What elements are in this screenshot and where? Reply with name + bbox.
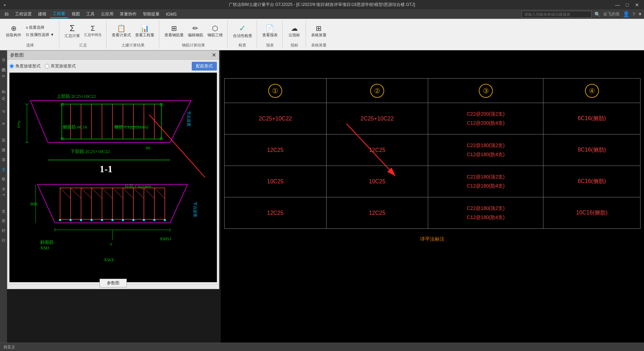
check-group-label: 检查: [239, 41, 246, 48]
index-group-label: 指标: [291, 41, 298, 48]
row4-col3-line2: C12@180(肋4支): [430, 213, 542, 222]
nav-item-guide[interactable]: 导: [0, 54, 7, 57]
index-buttons: ☁ 云指标: [286, 21, 303, 41]
validity-label: 合法性检查: [233, 33, 252, 38]
cloud-index-btn[interactable]: ☁ 云指标: [286, 24, 303, 39]
svg-text:XMJ: XMJ: [40, 245, 49, 250]
report-icon: 📄: [265, 25, 274, 32]
radio-width-input[interactable]: [45, 64, 49, 68]
titlebar: ● 广联达BIM土建计量平台 GTJ2025 - [E:\2023年项目\财政评…: [0, 0, 644, 10]
cad-drawing: 上部筋 2C25+10C22 侧面筋 6C16 箍筋 C12@200(6) 90…: [9, 73, 217, 282]
attr-select-btn[interactable]: ⊡按属性选择 ▼: [24, 31, 56, 38]
nav-item-s[interactable]: S: [1, 73, 6, 79]
close-btn[interactable]: ✕: [634, 2, 641, 8]
nav-item-shape[interactable]: 形: [0, 214, 7, 217]
nav-item-w[interactable]: W: [1, 95, 6, 102]
nav-item-found[interactable]: 基: [0, 153, 7, 156]
more-icon[interactable]: ▼: [638, 12, 642, 17]
total-calc-btn[interactable]: Σ 汇总计算: [63, 23, 82, 39]
rebar-config-table: ① ② ③ ④: [224, 78, 641, 229]
view-report-btn[interactable]: 📄 查看报表: [261, 24, 279, 39]
row2-col3-line2: C12@180(肋4支): [430, 150, 542, 159]
radio-angle-input[interactable]: [9, 64, 14, 68]
edit-rebar-btn[interactable]: ✏ 编辑钢筋: [186, 24, 205, 39]
nav-item-build2[interactable]: 建: [0, 143, 7, 146]
nav-item-water[interactable]: 水: [0, 182, 7, 185]
table-calc-label: 表格算量: [311, 32, 327, 38]
ref-btn[interactable]: 参数图: [100, 279, 127, 287]
view-qty-btn[interactable]: 📊 查看工程量: [133, 24, 156, 39]
batch-select-btn[interactable]: ≡批量选择: [24, 24, 56, 31]
select-buttons: ⊕ 拾取构件 ≡批量选择 ⊡按属性选择 ▼: [4, 21, 56, 41]
content-area: 参数图 ✕ 角度放坡形式 库宽放坡形式 配筋形式: [7, 50, 644, 351]
report-label: 查看报表: [262, 32, 278, 38]
toolbar-group-sel-right: ≡批量选择 ⊡按属性选择 ▼: [24, 24, 56, 38]
minimize-btn[interactable]: —: [614, 2, 621, 8]
partial-calc-btn[interactable]: Σ 汇总中间元: [82, 24, 103, 38]
menu-item-igms[interactable]: IGMS: [163, 11, 180, 17]
rebar-buttons: ⊞ 查看钢筋量 ✏ 编辑钢筋 ⬡ 钢筋三维: [163, 21, 225, 41]
col-header-3: ③: [428, 79, 543, 103]
nav-item-support[interactable]: 支: [0, 205, 7, 207]
nav-item-slab[interactable]: 板: [0, 173, 7, 175]
menu-item-settings[interactable]: 工程设置: [12, 10, 35, 18]
maximize-btn[interactable]: □: [624, 2, 631, 8]
svg-point-64: [122, 219, 124, 221]
nav-item-row[interactable]: 行: [0, 234, 7, 237]
row4-col3-line1: C22@180(顶2支): [430, 204, 542, 213]
validity-icon: ✓: [239, 24, 246, 32]
nav-item-p[interactable]: P: [1, 109, 6, 114]
menu-item-tools[interactable]: 工具: [83, 10, 97, 18]
nav-item-k[interactable]: K: [1, 121, 6, 126]
menu-item-cloud[interactable]: 云应用: [98, 10, 116, 18]
validity-check-btn[interactable]: ✓ 合法性检查: [231, 23, 254, 39]
nav-item-main[interactable]: 主: [0, 163, 7, 166]
radio-angle[interactable]: 角度放坡形式: [9, 63, 41, 69]
row1-col3-line1: C22@200(顶2支): [430, 110, 542, 118]
rebar-qty-label: 查看钢筋量: [164, 32, 184, 38]
toolbar-group-table: ⊞ 表格算量 表格算量: [307, 20, 331, 49]
view-formula-btn[interactable]: 📋 查看计算式: [110, 24, 133, 39]
row4-col1: 12C25: [225, 197, 327, 229]
help-icon[interactable]: ?: [632, 12, 635, 17]
view-rebar-qty-btn[interactable]: ⊞ 查看钢筋量: [163, 24, 185, 39]
window-title: 广联达BIM土建计量平台 GTJ2025 - [E:\2023年项目\财政评审项…: [229, 2, 415, 8]
nav-item-decor[interactable]: 装: [0, 133, 7, 136]
search-area: 🔍 会飞的鱼 👤 ? ▼: [522, 11, 642, 18]
menu-item-start[interactable]: 始: [2, 10, 12, 18]
search-input[interactable]: [522, 11, 592, 18]
menu-item-engineering[interactable]: 工程量: [50, 10, 68, 18]
select-group-label: 选择: [26, 41, 34, 48]
svg-point-66: [143, 219, 145, 221]
menu-item-smart[interactable]: 智能提量: [140, 10, 162, 18]
nav-item-y[interactable]: Y: [1, 192, 6, 197]
menu-item-build[interactable]: 建模: [35, 10, 49, 18]
svg-text:90: 90: [146, 145, 150, 151]
search-icon[interactable]: 🔍: [594, 12, 600, 17]
svg-text:800: 800: [30, 201, 37, 206]
menu-item-view[interactable]: 视图: [69, 10, 83, 18]
table-calc-btn[interactable]: ⊞ 表格算量: [309, 24, 328, 39]
row4-col4: 10C16(侧肋): [543, 197, 641, 229]
menubar: 始 工程设置 建模 工程量 视图 工具 云应用 算量协作 智能提量 IGMS 🔍…: [0, 10, 644, 19]
civil-group-label: 土建计算结果: [122, 41, 145, 48]
svg-point-63: [111, 219, 114, 221]
svg-text:侧面筋 6C16: 侧面筋 6C16: [63, 124, 87, 130]
nav-item-drawing[interactable]: 图纸: [0, 64, 7, 66]
nav-item-bar[interactable]: 杆: [0, 224, 7, 227]
config-btn[interactable]: 配筋形式: [192, 62, 217, 71]
pick-component-btn[interactable]: ⊕ 拾取构件: [4, 24, 23, 39]
rebar-3d-btn[interactable]: ⬡ 钢筋三维: [206, 24, 225, 39]
table-row: 2C25+10C22 2C25+10C22 C22@200(顶2支) C12@2…: [225, 103, 641, 134]
param-panel: 参数图 ✕ 角度放坡形式 库宽放坡形式 配筋形式: [7, 50, 219, 289]
row1-col3: C22@200(顶2支) C12@200(肋4支): [428, 103, 543, 134]
radio-width[interactable]: 库宽放坡形式: [45, 63, 76, 69]
nav-item-component[interactable]: 构: [0, 86, 7, 88]
svg-text:10*p: 10*p: [16, 121, 21, 129]
param-panel-close[interactable]: ✕: [212, 52, 216, 58]
pick-label: 拾取构件: [6, 32, 21, 38]
right-table-area: ① ② ③ ④: [221, 50, 644, 351]
svg-text:1-1: 1-1: [100, 163, 112, 174]
svg-point-68: [164, 219, 166, 221]
menu-item-collab[interactable]: 算量协作: [117, 10, 139, 18]
